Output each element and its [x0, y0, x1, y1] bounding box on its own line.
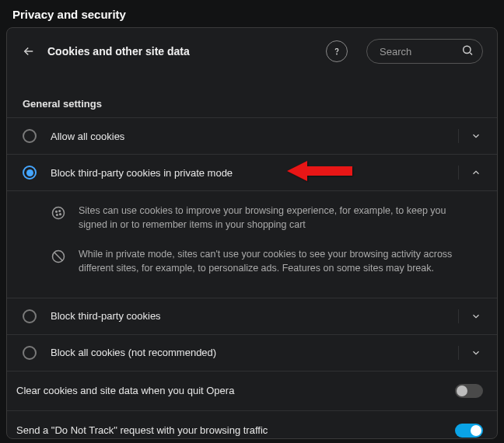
- detail-item: Sites can use cookies to improve your br…: [51, 196, 481, 239]
- toggle-label: Clear cookies and site data when you qui…: [16, 385, 455, 396]
- page-title: Privacy and security: [0, 0, 504, 27]
- detail-item: While in private mode, sites can't use y…: [51, 239, 481, 283]
- expand-button[interactable]: [458, 166, 492, 180]
- panel-header: Cookies and other site data: [7, 28, 497, 68]
- cookie-option-block-all[interactable]: Block all cookies (not recommended): [7, 335, 497, 371]
- option-details: Sites can use cookies to improve your br…: [7, 191, 497, 298]
- svg-point-3: [53, 208, 65, 219]
- svg-point-4: [56, 211, 58, 213]
- search-input[interactable]: [366, 39, 483, 64]
- help-button[interactable]: [326, 40, 348, 62]
- panel-title: Cookies and other site data: [47, 45, 315, 58]
- toggle-clear-on-quit[interactable]: Clear cookies and site data when you qui…: [7, 371, 497, 411]
- chevron-down-icon: [471, 131, 481, 141]
- option-label: Block third-party cookies in private mod…: [51, 167, 458, 179]
- radio-icon: [23, 129, 37, 143]
- chevron-down-icon: [471, 311, 481, 322]
- svg-point-7: [60, 214, 61, 215]
- svg-point-6: [57, 215, 58, 216]
- back-button[interactable]: [21, 44, 37, 59]
- toggle-switch[interactable]: [455, 424, 483, 438]
- chevron-down-icon: [471, 347, 481, 358]
- block-icon: [51, 249, 66, 264]
- svg-point-5: [59, 211, 61, 212]
- detail-text: Sites can use cookies to improve your br…: [79, 204, 474, 232]
- expand-button[interactable]: [458, 129, 492, 143]
- section-heading: General settings: [7, 68, 497, 117]
- radio-icon: [23, 166, 37, 180]
- cookie-option-block-third-party-private[interactable]: Block third-party cookies in private mod…: [7, 155, 497, 191]
- detail-text: While in private mode, sites can't use y…: [79, 247, 474, 275]
- option-label: Block third-party cookies: [51, 310, 458, 322]
- arrow-left-icon: [22, 44, 36, 58]
- chevron-up-icon: [471, 167, 481, 178]
- help-icon: [331, 46, 342, 57]
- expand-button[interactable]: [458, 346, 492, 360]
- cookie-option-block-third-party[interactable]: Block third-party cookies: [7, 298, 497, 335]
- toggle-do-not-track[interactable]: Send a "Do Not Track" request with your …: [7, 411, 497, 444]
- toggle-switch[interactable]: [455, 384, 483, 398]
- radio-icon: [23, 346, 37, 360]
- svg-point-0: [337, 54, 338, 54]
- option-label: Block all cookies (not recommended): [51, 347, 458, 358]
- toggle-label: Send a "Do Not Track" request with your …: [16, 424, 455, 436]
- search-wrap: [366, 39, 483, 64]
- cookie-option-allow-all[interactable]: Allow all cookies: [7, 117, 497, 155]
- option-label: Allow all cookies: [51, 131, 458, 142]
- settings-panel: Cookies and other site data General sett…: [6, 27, 498, 439]
- radio-icon: [23, 309, 37, 323]
- cookie-icon: [51, 205, 66, 221]
- expand-button[interactable]: [458, 309, 492, 323]
